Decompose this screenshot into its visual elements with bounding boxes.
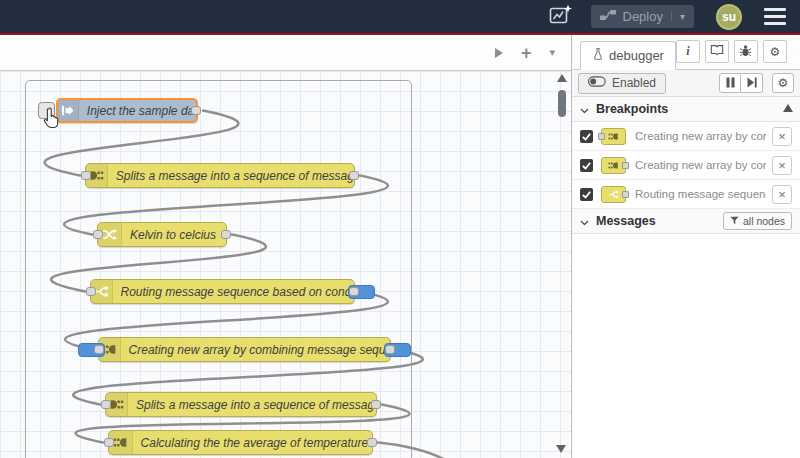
sidebar: debugger i [571, 35, 800, 458]
deploy-label: Deploy [623, 9, 663, 24]
breakpoint-port-indicator [622, 191, 629, 198]
breakpoint-port-indicator [598, 133, 605, 140]
scroll-up-arrow[interactable] [557, 74, 567, 82]
step-icon [747, 74, 757, 92]
step-button[interactable] [741, 73, 763, 93]
input-port[interactable] [86, 287, 96, 296]
node-label: Calculating the the average of temperatu… [133, 436, 372, 450]
app-header: Deploy ▾ su [0, 0, 800, 33]
sidebar-tab-bar: debugger i [572, 35, 800, 70]
breakpoint-checkbox[interactable] [580, 130, 593, 143]
debugger-toolbar: Enabled ⚙ [572, 70, 800, 97]
flow-list-button[interactable]: ▾ [549, 46, 555, 59]
input-port[interactable] [93, 230, 103, 239]
output-port[interactable] [367, 438, 377, 447]
messages-filter-label: all nodes [743, 215, 785, 227]
toggle-icon [588, 76, 606, 90]
ai-assistant-button[interactable] [549, 4, 573, 30]
ai-assistant-icon [549, 4, 573, 30]
input-port[interactable] [81, 171, 91, 180]
output-port[interactable] [371, 400, 381, 409]
user-avatar[interactable]: su [716, 4, 742, 30]
sidebar-settings-button[interactable]: ⚙ [763, 40, 787, 63]
node-split[interactable]: Splits a message into a sequence of mess… [105, 392, 377, 417]
node-join[interactable]: Creating new array by combining message … [98, 337, 391, 362]
tab-debugger-label: debugger [609, 48, 664, 63]
join-icon [601, 128, 626, 145]
breakpoint-label: Creating new array by combining message … [635, 130, 766, 142]
workspace: + ▾ Inject the sample dataSplits a messa… [0, 35, 571, 458]
breakpoint-row[interactable]: Creating new array by combining message … [572, 122, 800, 151]
node-inject[interactable]: Inject the sample data [56, 98, 198, 123]
node-change[interactable]: Kelvin to celcius [97, 222, 227, 247]
deploy-menu-caret-icon[interactable]: ▾ [671, 11, 685, 22]
debugger-config-button[interactable]: ⚙ [772, 73, 794, 93]
node-red-app: Deploy ▾ su + ▾ Inject the sample dataSp… [0, 0, 800, 458]
tab-debugger[interactable]: debugger [580, 41, 676, 70]
messages-filter-button[interactable]: all nodes [723, 212, 792, 230]
book-icon [710, 44, 724, 59]
help-book-button[interactable] [705, 40, 729, 63]
add-flow-button[interactable]: + [521, 44, 532, 62]
node-label: Splits a message into a sequence of mess… [108, 169, 354, 183]
scrollbar-thumb[interactable] [558, 90, 566, 117]
deploy-icon [600, 9, 616, 24]
breakpoints-scroll-up-arrow[interactable] [783, 104, 793, 112]
debug-messages-button[interactable] [734, 40, 758, 63]
input-port[interactable] [101, 400, 111, 409]
messages-section-header[interactable]: Messages all nodes [572, 209, 800, 234]
messages-title: Messages [596, 214, 656, 228]
chevron-down-icon [580, 212, 589, 230]
breakpoint-checkbox[interactable] [580, 188, 593, 201]
tab-scroll-right-button[interactable] [495, 48, 503, 58]
breakpoint-label: Routing message sequence based on condit… [635, 188, 766, 200]
output-port[interactable] [191, 106, 201, 115]
input-port[interactable] [94, 345, 104, 354]
breakpoints-list: Creating new array by combining message … [572, 122, 800, 209]
pause-button[interactable] [719, 73, 741, 93]
remove-breakpoint-button[interactable]: × [772, 127, 792, 146]
scroll-down-arrow[interactable] [556, 445, 566, 453]
bug-icon [739, 44, 752, 60]
node-join[interactable]: Calculating the the average of temperatu… [108, 430, 373, 455]
output-port[interactable] [349, 287, 359, 296]
breakpoints-title: Breakpoints [596, 102, 668, 116]
breakpoint-checkbox[interactable] [580, 159, 593, 172]
node-switch[interactable]: Routing message sequence based on condit… [90, 279, 355, 304]
flow-canvas[interactable]: Inject the sample dataSplits a message i… [0, 71, 571, 458]
input-port[interactable] [104, 438, 114, 447]
switch-icon [601, 186, 626, 203]
remove-breakpoint-button[interactable]: × [772, 156, 792, 175]
main-menu-button[interactable] [762, 4, 788, 29]
node-label: Inject the sample data [79, 104, 196, 118]
menu-icon [764, 8, 786, 11]
join-icon [601, 157, 626, 174]
flask-icon [592, 47, 604, 64]
wire[interactable] [378, 443, 483, 458]
flow-tab-bar: + ▾ [0, 35, 571, 71]
breakpoints-section-header[interactable]: Breakpoints [572, 97, 800, 122]
chevron-down-icon [580, 100, 589, 118]
node-label: Splits a message into a sequence of mess… [128, 398, 376, 412]
enabled-label: Enabled [612, 76, 656, 90]
gear-icon: ⚙ [778, 76, 789, 90]
gear-icon: ⚙ [770, 45, 781, 59]
breakpoint-label: Creating new array by combining message … [635, 159, 766, 171]
filter-funnel-icon [730, 215, 739, 227]
debugger-enabled-toggle[interactable]: Enabled [578, 73, 666, 94]
info-icon: i [686, 44, 689, 59]
info-button[interactable]: i [676, 40, 700, 63]
pause-icon [726, 74, 735, 92]
output-port[interactable] [349, 171, 359, 180]
canvas-scrollbar[interactable] [555, 74, 568, 455]
deploy-button[interactable]: Deploy ▾ [591, 5, 695, 28]
breakpoint-row[interactable]: Creating new array by combining message … [572, 151, 800, 180]
node-split[interactable]: Splits a message into a sequence of mess… [85, 163, 355, 188]
breakpoint-row[interactable]: Routing message sequence based on condit… [572, 180, 800, 209]
remove-breakpoint-button[interactable]: × [772, 185, 792, 204]
mouse-cursor [41, 105, 62, 135]
node-label: Creating new array by combining message … [121, 343, 390, 357]
output-port[interactable] [385, 345, 395, 354]
messages-list[interactable] [572, 234, 800, 458]
output-port[interactable] [221, 230, 231, 239]
